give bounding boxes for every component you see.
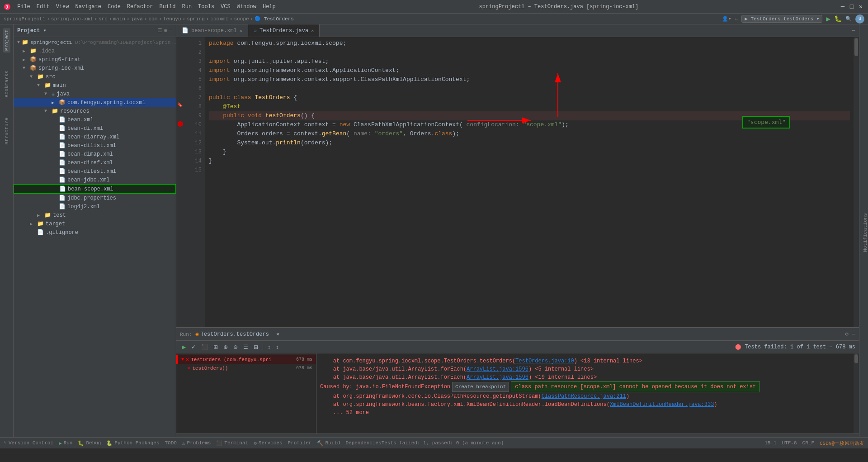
tree-item-bean-di-xml[interactable]: ▶ 📄 bean-di.xml bbox=[14, 124, 176, 133]
breadcrumb-spring[interactable]: spring bbox=[187, 16, 205, 22]
statusbar-encoding[interactable]: UTF-8 bbox=[782, 440, 797, 446]
tree-item-resources[interactable]: ▼ 📁 resources bbox=[14, 107, 176, 115]
build-btn[interactable]: 🔨 Build bbox=[317, 440, 340, 446]
breadcrumb-project[interactable]: springProject1 bbox=[4, 16, 45, 22]
breadcrumb-java[interactable]: java bbox=[131, 16, 143, 22]
run-button[interactable]: ▶ bbox=[826, 14, 830, 24]
statusbar-position[interactable]: 15:1 bbox=[764, 440, 776, 446]
toggle-tree[interactable]: ⊞ bbox=[212, 343, 220, 351]
test-item-testorders[interactable]: ▼ ✕ TestOrders (com.fengyu.spri 678 ms bbox=[176, 355, 316, 364]
run-panel-tab[interactable]: ◉ TestOrders.testOrders bbox=[195, 331, 269, 338]
menu-view[interactable]: View bbox=[53, 3, 72, 11]
tab-close-testorders[interactable]: ✕ bbox=[311, 28, 314, 33]
menu-file[interactable]: File bbox=[14, 3, 33, 11]
tree-item-springiocxml[interactable]: ▼ 📦 spring-ioc-xml bbox=[14, 64, 176, 72]
tree-item-main[interactable]: ▼ 📁 main bbox=[14, 81, 176, 90]
tree-item-bean-ditest-xml[interactable]: ▶ 📄 bean-ditest.xml bbox=[14, 167, 176, 176]
notifications-button[interactable]: Notifications bbox=[863, 213, 868, 252]
menu-window[interactable]: Window bbox=[234, 3, 259, 11]
search-button[interactable]: 🔍 bbox=[845, 16, 852, 22]
profile-icon[interactable]: 👤▾ bbox=[722, 16, 731, 22]
project-tool-button[interactable]: Project bbox=[3, 28, 10, 52]
stop-button[interactable]: ⬛ bbox=[199, 343, 210, 351]
tree-item-bean-scope-xml[interactable]: ▶ 📄 bean-scope.xml bbox=[14, 184, 176, 194]
rerun-button[interactable]: ▶ bbox=[180, 343, 188, 351]
breadcrumb-iocxml[interactable]: iocxml bbox=[210, 16, 228, 22]
run-panel-close[interactable]: ✕ bbox=[276, 331, 279, 338]
python-packages-btn[interactable]: 🐍 Python Packages bbox=[106, 440, 159, 446]
tree-item-test[interactable]: ▶ 📁 test bbox=[14, 211, 176, 219]
tree-item-springproject1[interactable]: ▼ 📁 springProject1 D:\Programming\IDEapr… bbox=[14, 38, 176, 47]
code-editor[interactable]: 🔖 ⬤ 12345 678910 1112131415 bbox=[176, 37, 859, 327]
menu-build[interactable]: Build bbox=[156, 3, 178, 11]
breadcrumb-fengyu[interactable]: fengyu bbox=[163, 16, 181, 22]
todo-btn[interactable]: TODO bbox=[165, 440, 177, 446]
tree-item-idea[interactable]: ▶ 📁 .idea bbox=[14, 47, 176, 55]
tree-item-bean-diarray-xml[interactable]: ▶ 📄 bean-diarray.xml bbox=[14, 133, 176, 141]
collapse-all[interactable]: ⊖ bbox=[231, 343, 240, 351]
close-button[interactable]: ✕ bbox=[857, 3, 864, 10]
tree-item-target[interactable]: ▶ 📁 target bbox=[14, 219, 176, 228]
filter-button[interactable]: ⊟ bbox=[252, 343, 260, 351]
editor-scrollbar[interactable] bbox=[854, 37, 859, 327]
breadcrumb-com[interactable]: com bbox=[149, 16, 158, 22]
debug-status-btn[interactable]: 🐛 Debug bbox=[78, 440, 101, 446]
tab-bean-scope-xml[interactable]: 📄 bean-scope.xml ✕ bbox=[176, 24, 248, 37]
tab-testorders-java[interactable]: ☕ TestOrders.java ✕ bbox=[248, 24, 320, 37]
tree-item-jdbc-props[interactable]: ▶ 📄 jdbc.properties bbox=[14, 194, 176, 202]
show-passed[interactable]: ☰ bbox=[241, 343, 250, 351]
run-status-btn[interactable]: ▶ Run bbox=[59, 440, 72, 446]
tree-item-spring6first[interactable]: ▶ 📦 spring6-first bbox=[14, 55, 176, 64]
minimize-button[interactable]: ─ bbox=[839, 3, 846, 10]
tree-item-bean-dilist-xml[interactable]: ▶ 📄 bean-dilist.xml bbox=[14, 141, 176, 150]
breadcrumb-module[interactable]: spring-ioc-xml bbox=[51, 16, 93, 22]
expand-all[interactable]: ⊕ bbox=[222, 343, 230, 351]
structure-tool-button[interactable]: Structure bbox=[3, 116, 10, 146]
horizontal-scrollbar[interactable] bbox=[176, 433, 859, 437]
menu-help[interactable]: Help bbox=[260, 3, 278, 11]
tree-item-bean-jdbc-xml[interactable]: ▶ 📄 bean-jdbc.xml bbox=[14, 176, 176, 184]
editor-actions[interactable]: ⋯ bbox=[849, 27, 859, 34]
run-minimize[interactable]: — bbox=[852, 331, 855, 338]
menu-refactor[interactable]: Refactor bbox=[124, 3, 156, 11]
create-breakpoint-tooltip[interactable]: Create breakpoint bbox=[452, 382, 509, 392]
terminal-btn[interactable]: ⬛ Terminal bbox=[216, 440, 248, 446]
code-content[interactable]: package com.fengyu.spring.iocxml.scope; … bbox=[205, 37, 854, 327]
menu-navigate[interactable]: Navigate bbox=[72, 3, 104, 11]
tree-item-src[interactable]: ▼ 📁 src bbox=[14, 72, 176, 81]
dependencies-btn[interactable]: Dependencies bbox=[345, 440, 381, 446]
breadcrumb-scope[interactable]: scope bbox=[234, 16, 249, 22]
services-btn[interactable]: ⚙ Services bbox=[254, 440, 282, 446]
run-settings[interactable]: ⚙ bbox=[845, 331, 849, 338]
menu-code[interactable]: Code bbox=[105, 3, 123, 11]
debug-button[interactable]: 🐛 bbox=[834, 15, 842, 23]
output-scrollbar[interactable] bbox=[854, 353, 859, 433]
sort-alpha[interactable]: ↕ bbox=[266, 343, 272, 351]
tree-item-log4j2-xml[interactable]: ▶ 📄 log4j2.xml bbox=[14, 202, 176, 211]
run-config-dropdown[interactable]: ▶ TestOrders.testOrders ▾ bbox=[741, 15, 822, 23]
breadcrumb-src[interactable]: src bbox=[99, 16, 108, 22]
test-item-testorders-method[interactable]: ✕ testOrders() 678 ms bbox=[176, 364, 316, 372]
breadcrumb-main[interactable]: main bbox=[113, 16, 125, 22]
menu-run[interactable]: Run bbox=[179, 3, 194, 11]
problems-btn[interactable]: ⚠ Problems bbox=[182, 440, 211, 446]
tree-item-java[interactable]: ▼ ☕ java bbox=[14, 90, 176, 98]
tree-item-package[interactable]: ▶ 📦 com.fengyu.spring.iocxml bbox=[14, 98, 176, 107]
sidebar-collapse-all[interactable]: ☰ bbox=[157, 27, 162, 34]
profiler-btn[interactable]: Profiler bbox=[288, 440, 312, 446]
tree-item-gitignore[interactable]: ▶ 📄 .gitignore bbox=[14, 228, 176, 237]
tree-item-bean-diref-xml[interactable]: ▶ 📄 bean-diref.xml bbox=[14, 158, 176, 167]
tree-item-bean-dimap-xml[interactable]: ▶ 📄 bean-dimap.xml bbox=[14, 150, 176, 158]
menu-edit[interactable]: Edit bbox=[34, 3, 52, 11]
run-with-coverage[interactable]: ✓ bbox=[189, 343, 198, 351]
tab-close-bean-scope[interactable]: ✕ bbox=[240, 28, 242, 33]
bookmarks-tool-button[interactable]: Bookmarks bbox=[3, 69, 10, 99]
maximize-button[interactable]: □ bbox=[848, 3, 855, 10]
menu-tools[interactable]: Tools bbox=[195, 3, 217, 11]
menu-vcs[interactable]: VCS bbox=[218, 3, 233, 11]
nav-back[interactable]: ← bbox=[735, 16, 738, 22]
tree-item-bean-xml[interactable]: ▶ 📄 bean.xml bbox=[14, 115, 176, 124]
sidebar-close[interactable]: — bbox=[169, 27, 172, 34]
vcs-status[interactable]: ⑂ Version Control bbox=[4, 440, 53, 446]
sort-duration[interactable]: ↕ bbox=[274, 343, 280, 351]
